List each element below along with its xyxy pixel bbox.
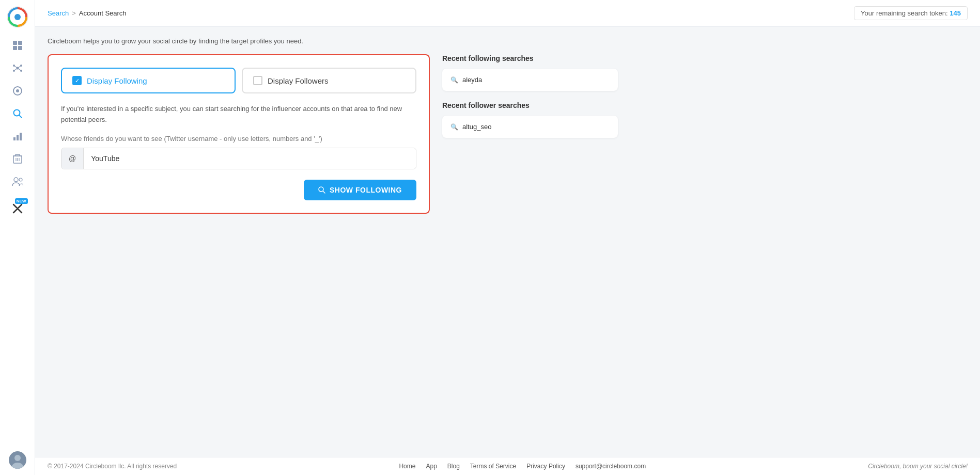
form-description: If you're interested in a specific subje…	[61, 104, 416, 125]
footer-home-link[interactable]: Home	[399, 463, 415, 470]
footer-tos-link[interactable]: Terms of Service	[470, 463, 516, 470]
recent-follower-search-icon: 🔍	[450, 123, 458, 131]
username-input[interactable]	[84, 148, 416, 169]
main-panel: ✓ Display Following Display Followers If…	[48, 54, 430, 447]
recent-followers-query: altug_seo	[462, 123, 491, 131]
page-subtitle: Circleboom helps you to grow your social…	[48, 37, 968, 45]
token-info: Your remaining search token: 145	[854, 6, 968, 20]
footer-links: Home App Blog Terms of Service Privacy P…	[399, 463, 646, 470]
svg-rect-5	[18, 46, 22, 50]
recent-following-card: 🔍 aleyda	[442, 69, 618, 91]
sidebar-item-users[interactable]	[8, 172, 27, 191]
svg-rect-20	[17, 135, 19, 140]
sidebar-item-x[interactable]: NEW	[8, 199, 27, 218]
display-followers-label: Display Followers	[268, 76, 329, 85]
svg-point-29	[19, 178, 22, 181]
input-hint: (Twitter username - only use letters, nu…	[164, 135, 322, 142]
page-area: Circleboom helps you to grow your social…	[35, 27, 980, 457]
footer: © 2017-2024 Circleboom llc. All rights r…	[35, 457, 980, 475]
svg-line-18	[19, 115, 22, 118]
user-avatar[interactable]	[9, 451, 26, 469]
svg-rect-2	[13, 41, 17, 45]
svg-line-12	[18, 66, 21, 68]
recent-followers-item[interactable]: 🔍 altug_seo	[450, 123, 610, 131]
svg-rect-21	[20, 133, 22, 140]
token-label: Your remaining search token:	[861, 9, 948, 17]
recent-following-query: aleyda	[462, 76, 482, 84]
recent-following-section: Recent following searches 🔍 aleyda	[442, 54, 618, 91]
svg-rect-24	[15, 154, 20, 156]
display-following-label: Display Following	[87, 76, 147, 85]
search-icon	[318, 186, 325, 194]
sidebar-item-network[interactable]	[8, 59, 27, 77]
sidebar-item-delete[interactable]	[8, 150, 27, 168]
token-count: 145	[950, 9, 961, 17]
svg-rect-4	[13, 46, 17, 50]
svg-line-34	[323, 191, 325, 193]
footer-privacy-link[interactable]: Privacy Policy	[526, 463, 565, 470]
new-badge: NEW	[15, 198, 28, 204]
recent-following-title: Recent following searches	[442, 54, 618, 62]
at-prefix: @	[61, 148, 84, 169]
svg-rect-3	[18, 41, 22, 45]
svg-line-13	[14, 68, 18, 71]
toggle-row: ✓ Display Following Display Followers	[61, 68, 416, 93]
footer-app-link[interactable]: App	[426, 463, 437, 470]
sidebar-item-search[interactable]	[8, 104, 27, 123]
header: Search > Account Search Your remaining s…	[35, 0, 980, 27]
recent-followers-card: 🔍 altug_seo	[442, 116, 618, 138]
content-row: ✓ Display Following Display Followers If…	[48, 54, 968, 447]
recent-following-item[interactable]: 🔍 aleyda	[450, 76, 610, 84]
search-box: ✓ Display Following Display Followers If…	[48, 54, 430, 214]
svg-rect-19	[13, 137, 15, 140]
input-label: Whose friends do you want to see (Twitte…	[61, 135, 416, 142]
footer-blog-link[interactable]: Blog	[447, 463, 460, 470]
sidebar-item-dashboard[interactable]	[8, 36, 27, 55]
sidebar-item-circle[interactable]	[8, 82, 27, 100]
main-content: Search > Account Search Your remaining s…	[35, 0, 980, 475]
svg-line-14	[18, 68, 21, 71]
sidebar: NEW	[0, 0, 35, 475]
svg-line-11	[14, 66, 18, 68]
recent-followers-title: Recent follower searches	[442, 101, 618, 109]
following-checkbox: ✓	[72, 76, 82, 85]
svg-point-1	[14, 14, 21, 20]
footer-tagline: Circleboom, boom your social circle!	[868, 463, 968, 470]
username-input-wrap: @	[61, 148, 416, 169]
show-following-button[interactable]: SHOW FOLLOWING	[304, 180, 416, 200]
followers-checkbox	[253, 76, 262, 85]
recent-followers-section: Recent follower searches 🔍 altug_seo	[442, 101, 618, 138]
breadcrumb-current: Account Search	[79, 9, 127, 17]
breadcrumb: Search > Account Search	[48, 9, 127, 17]
svg-point-16	[16, 89, 19, 92]
right-panel: Recent following searches 🔍 aleyda Recen…	[442, 54, 618, 447]
svg-point-31	[14, 455, 21, 461]
breadcrumb-separator: >	[72, 9, 76, 17]
footer-copyright: © 2017-2024 Circleboom llc. All rights r…	[48, 463, 177, 470]
svg-point-28	[14, 178, 18, 182]
display-following-button[interactable]: ✓ Display Following	[61, 68, 236, 93]
breadcrumb-search[interactable]: Search	[48, 9, 69, 17]
display-followers-button[interactable]: Display Followers	[242, 68, 416, 93]
footer-email-link[interactable]: support@circleboom.com	[575, 463, 646, 470]
show-following-label: SHOW FOLLOWING	[330, 186, 402, 194]
recent-search-icon: 🔍	[450, 76, 458, 84]
sidebar-item-analytics[interactable]	[8, 127, 27, 146]
app-logo[interactable]	[7, 6, 28, 28]
